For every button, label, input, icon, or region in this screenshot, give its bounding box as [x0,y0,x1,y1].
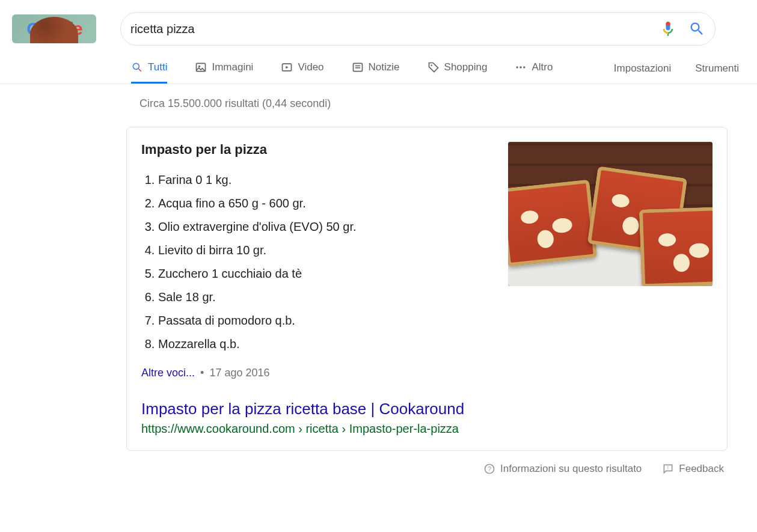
google-logo[interactable]: Google [12,14,96,43]
snippet-date: 17 ago 2016 [209,367,269,379]
tab-more[interactable]: Altro [515,61,553,84]
feedback-icon: ! [662,463,674,475]
svg-point-0 [133,63,139,69]
svg-point-9 [516,66,518,68]
svg-text:!: ! [667,465,669,471]
tab-all[interactable]: Tutti [131,61,167,84]
settings-link[interactable]: Impostazioni [614,63,671,83]
list-item: Farina 0 1 kg. [158,168,496,192]
svg-text:?: ? [488,465,491,472]
news-icon [352,61,364,73]
result-url[interactable]: https://www.cookaround.com › ricetta › I… [141,422,496,436]
tab-news-label: Notizie [369,61,400,73]
list-item: Acqua fino a 650 g - 600 gr. [158,192,496,215]
tab-images-label: Immagini [212,61,253,73]
search-input[interactable] [130,22,660,36]
tab-videos-label: Video [298,61,323,73]
video-icon [281,61,293,73]
tab-news[interactable]: Notizie [352,61,400,84]
svg-point-10 [520,66,522,68]
image-icon [195,61,207,73]
about-result-link[interactable]: ? Informazioni su questo risultato [483,463,642,475]
svg-point-3 [198,66,200,67]
search-tabs: Tutti Immagini Video Notizie Shopping Al… [131,61,757,84]
tab-shopping[interactable]: Shopping [428,61,488,84]
help-icon: ? [483,463,495,475]
feedback-label: Feedback [679,463,724,475]
search-small-icon [131,61,143,73]
tab-more-label: Altro [532,61,553,73]
about-result-label: Informazioni su questo risultato [500,463,642,475]
list-item: Sale 18 gr. [158,286,496,309]
snippet-list: Farina 0 1 kg. Acqua fino a 650 g - 600 … [158,168,496,356]
microphone-icon[interactable] [660,20,676,37]
tag-icon [428,61,440,73]
list-item: Lievito di birra 10 gr. [158,239,496,262]
tab-videos[interactable]: Video [281,61,323,84]
result-title-link[interactable]: Impasto per la pizza ricetta base | Cook… [141,400,464,418]
feedback-link[interactable]: ! Feedback [662,463,724,475]
search-icon[interactable] [688,20,705,37]
more-items-link[interactable]: Altre voci... [141,367,195,379]
more-icon [515,61,527,73]
list-item: Mozzarella q.b. [158,332,496,356]
result-stats: Circa 15.500.000 risultati (0,44 secondi… [139,97,757,110]
snippet-title: Impasto per la pizza [141,142,496,157]
tab-shopping-label: Shopping [444,61,488,73]
svg-line-1 [139,69,141,72]
tab-images[interactable]: Immagini [195,61,253,84]
tools-link[interactable]: Strumenti [695,63,739,83]
list-item: Passata di pomodoro q.b. [158,309,496,332]
featured-snippet: Impasto per la pizza Farina 0 1 kg. Acqu… [126,127,728,451]
separator-dot: • [200,367,204,379]
list-item: Olio extravergine d'oliva (EVO) 50 gr. [158,215,496,239]
svg-point-8 [431,64,432,66]
list-item: Zucchero 1 cucchiaio da tè [158,262,496,286]
tab-all-label: Tutti [148,61,167,73]
snippet-footer: ? Informazioni su questo risultato ! Fee… [126,457,728,481]
snippet-thumbnail[interactable] [508,142,713,286]
svg-point-11 [524,66,526,68]
search-box[interactable] [120,12,716,46]
